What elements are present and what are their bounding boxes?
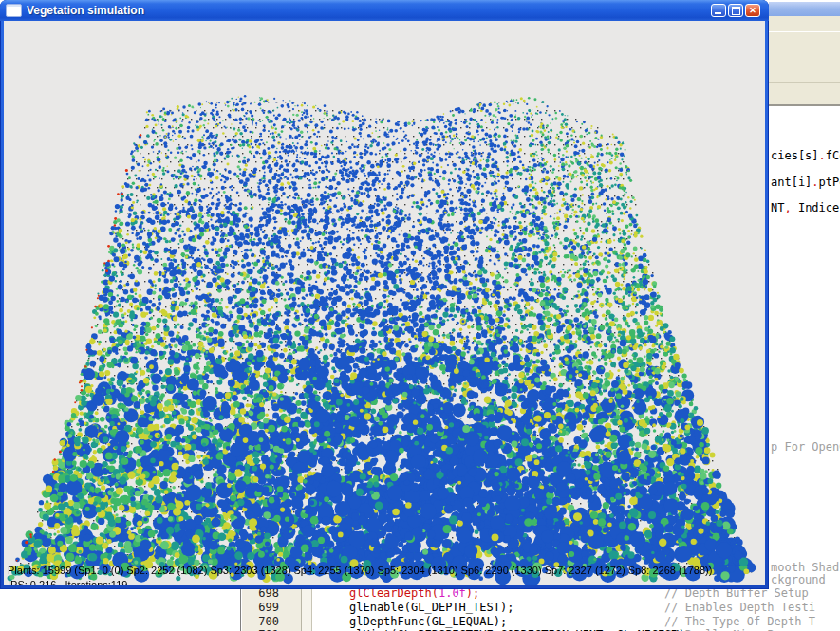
vegetation-simulation-window: Vegetation simulation ✕ Plants: 15999 (S…	[0, 0, 769, 589]
ips-status-text: IPS: 0.216 Iterations:119	[8, 579, 127, 585]
minimize-button[interactable]	[711, 4, 726, 17]
plants-status-text: Plants: 15999 (Sp1: 0 (0) Sp2: 2252 (108…	[8, 565, 712, 576]
comment-fragment: mooth Shadi	[771, 561, 840, 574]
close-icon: ✕	[749, 6, 756, 15]
application-icon	[6, 4, 22, 17]
comment-fragment: p For OpenG	[771, 440, 840, 454]
minimize-icon	[715, 12, 721, 14]
comment-fragment: ckground	[771, 573, 826, 586]
code-line[interactable]: glDepthFunc(GL_LEQUAL);	[349, 615, 507, 628]
code-fragment: NT, Indices	[771, 201, 840, 214]
window-titlebar[interactable]: Vegetation simulation ✕	[0, 0, 769, 21]
window-title: Vegetation simulation	[27, 4, 144, 17]
desktop-screen: cies[s].fCo ant[i].ptPo NT, Indices p Fo…	[0, 0, 840, 631]
gutter-fold-margin	[301, 589, 312, 631]
maximize-icon	[732, 7, 740, 15]
code-fragment: ant[i].ptPo	[771, 176, 840, 189]
toolbar-divider-dark	[769, 82, 840, 83]
background-window-toolbar	[769, 16, 840, 106]
line-number: 700	[237, 615, 279, 628]
background-window-titlebar[interactable]	[769, 2, 840, 16]
code-comment: // The Type Of Depth T	[664, 615, 815, 628]
code-comment: // Enables Depth Testi	[664, 601, 815, 614]
toolbar-divider-light	[769, 31, 840, 32]
simulation-viewport[interactable]: Plants: 15999 (Sp1: 0 (0) Sp2: 2252 (108…	[4, 21, 765, 585]
code-fragment: cies[s].fCo	[771, 149, 840, 162]
simulation-canvas[interactable]	[4, 21, 765, 585]
close-button[interactable]: ✕	[745, 4, 760, 17]
code-line[interactable]: glEnable(GL_DEPTH_TEST);	[349, 601, 513, 614]
maximize-button[interactable]	[728, 4, 743, 17]
line-number: 699	[237, 601, 279, 614]
